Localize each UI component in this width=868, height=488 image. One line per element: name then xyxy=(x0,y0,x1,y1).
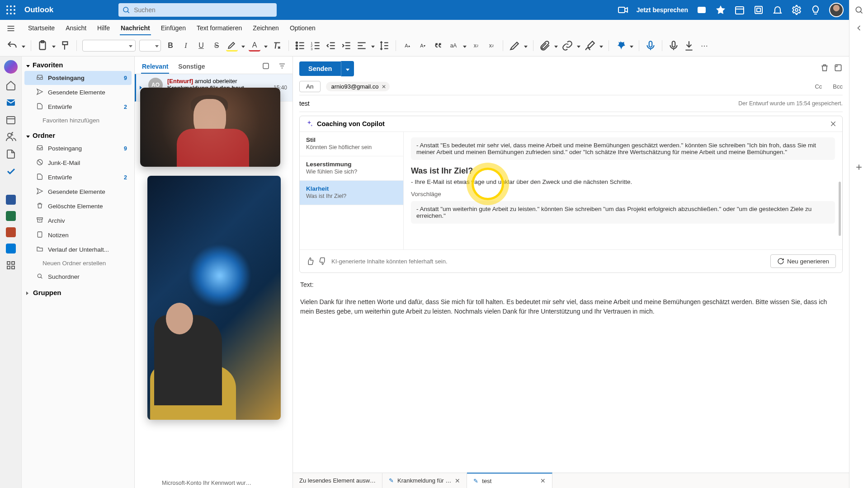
paste-button[interactable] xyxy=(37,40,48,52)
subscript-button[interactable]: x2 xyxy=(470,40,482,52)
paste-chevron-icon[interactable] xyxy=(52,42,56,50)
send-split-button[interactable]: Senden xyxy=(299,61,354,76)
undo-button[interactable] xyxy=(6,40,18,52)
line-spacing-button[interactable] xyxy=(378,40,390,52)
regenerate-button[interactable]: Neu generieren xyxy=(770,254,836,268)
tab-optionen[interactable]: Optionen xyxy=(289,22,316,35)
tips-icon[interactable] xyxy=(810,5,821,15)
discard-icon[interactable] xyxy=(820,63,829,74)
hamburger-icon[interactable] xyxy=(6,24,15,33)
decrease-font-button[interactable]: A▾ xyxy=(417,40,429,52)
remove-recipient-icon[interactable]: ✕ xyxy=(382,84,386,90)
reading-tab-krankmeldung[interactable]: ✎Krankmeldung für …✕ xyxy=(382,473,467,488)
todo-nav-icon[interactable] xyxy=(5,166,16,177)
cc-button[interactable]: Cc xyxy=(815,83,822,90)
close-tab-icon[interactable]: ✕ xyxy=(540,477,546,484)
premium-icon[interactable] xyxy=(715,5,726,15)
excel-app-icon[interactable] xyxy=(6,211,16,221)
focused-tab[interactable]: Relevant xyxy=(141,60,169,74)
reading-tab-placeholder[interactable]: Zu lesendes Element ausw… xyxy=(293,473,382,488)
popout-icon[interactable] xyxy=(834,63,843,74)
folder-gesendete[interactable]: Gesendete Elemente xyxy=(24,185,132,199)
strikethrough-button[interactable]: S xyxy=(211,40,222,52)
font-size-select[interactable] xyxy=(139,40,161,52)
folder-posteingang[interactable]: Posteingang9 xyxy=(24,141,132,155)
add-favorite-link[interactable]: Favoriten hinzufügen xyxy=(24,114,132,127)
bullets-button[interactable] xyxy=(294,40,306,52)
select-all-icon[interactable] xyxy=(262,62,270,72)
link-button[interactable] xyxy=(561,40,573,52)
align-chevron-icon[interactable] xyxy=(371,42,375,50)
numbering-button[interactable]: 123 xyxy=(310,40,321,52)
tab-ansicht[interactable]: Ansicht xyxy=(65,22,87,35)
copilot-klarheit-item[interactable]: Klarheit Was ist Ihr Ziel? xyxy=(300,181,403,205)
increase-font-button[interactable]: A▴ xyxy=(401,40,413,52)
onedrive-app-icon[interactable] xyxy=(6,244,16,253)
folder-junk[interactable]: Junk-E-Mail xyxy=(24,156,132,170)
close-copilot-icon[interactable] xyxy=(830,120,837,127)
send-options-chevron[interactable] xyxy=(341,61,354,76)
account-avatar[interactable] xyxy=(829,3,844,17)
attach-button[interactable] xyxy=(539,40,551,52)
add-rail-icon[interactable] xyxy=(854,163,863,172)
create-folder-link[interactable]: Neuen Ordner erstellen xyxy=(24,257,132,269)
app-launcher-icon[interactable] xyxy=(5,5,16,15)
collapse-rail-icon[interactable] xyxy=(854,23,863,33)
copilot-nav-icon[interactable] xyxy=(4,60,18,74)
undo-chevron-icon[interactable] xyxy=(22,42,25,50)
folder-entwuerfe[interactable]: Entwürfe2 xyxy=(24,170,132,184)
bold-button[interactable]: B xyxy=(165,40,176,52)
copilot-chevron-icon[interactable] xyxy=(630,42,633,50)
notifications-icon[interactable] xyxy=(772,5,783,15)
teams-icon[interactable] xyxy=(696,5,707,15)
home-nav-icon[interactable] xyxy=(5,80,16,91)
quote-button[interactable] xyxy=(432,40,444,52)
compose-body[interactable]: Text: Vielen Dank für Ihre netten Worte … xyxy=(293,277,849,473)
link-chevron-icon[interactable] xyxy=(577,42,580,50)
global-search[interactable] xyxy=(118,3,277,17)
change-case-button[interactable]: aA xyxy=(448,40,459,52)
favorites-section-header[interactable]: Favoriten xyxy=(22,56,134,70)
dictate-alt-button[interactable] xyxy=(668,40,679,52)
folders-section-header[interactable]: Ordner xyxy=(22,127,134,141)
underline-button[interactable]: U xyxy=(195,40,207,52)
copilot-stil-item[interactable]: Stil Könnten Sie höflicher sein xyxy=(300,132,403,156)
files-nav-icon[interactable] xyxy=(5,149,16,160)
highlight-button[interactable] xyxy=(226,40,238,52)
calendar-day-icon[interactable] xyxy=(734,5,745,15)
superscript-button[interactable]: x2 xyxy=(486,40,497,52)
folder-archiv[interactable]: Archiv xyxy=(24,214,132,228)
tab-hilfe[interactable]: Hilfe xyxy=(96,22,111,35)
attach-chevron-icon[interactable] xyxy=(554,42,558,50)
copilot-leserstimmung-item[interactable]: Leserstimmung Wie fühlen Sie sich? xyxy=(300,156,403,181)
reading-tab-test[interactable]: ✎test✕ xyxy=(467,473,552,488)
more-apps-icon[interactable] xyxy=(5,260,16,271)
align-button[interactable] xyxy=(356,40,368,52)
clear-formatting-button[interactable] xyxy=(271,40,283,52)
folder-verlauf[interactable]: Verlauf der Unterhalt... xyxy=(24,243,132,257)
search-input[interactable] xyxy=(118,3,277,17)
tab-zeichnen[interactable]: Zeichnen xyxy=(252,22,280,35)
folder-suchordner[interactable]: Suchordner xyxy=(24,270,132,284)
tab-startseite[interactable]: Startseite xyxy=(27,22,56,35)
case-chevron-icon[interactable] xyxy=(463,42,467,50)
thumbs-down-icon[interactable] xyxy=(319,257,327,265)
recipient-chip[interactable]: arnio93@gmail.co✕ xyxy=(326,82,390,91)
to-field-label[interactable]: An xyxy=(299,81,321,92)
folder-notizen[interactable]: Notizen xyxy=(24,228,132,242)
outdent-button[interactable] xyxy=(325,40,337,52)
close-tab-icon[interactable]: ✕ xyxy=(455,477,460,484)
folder-gesendete-fav[interactable]: Gesendete Elemente xyxy=(24,85,132,99)
other-tab[interactable]: Sonstige xyxy=(177,60,206,74)
signature-chevron-icon[interactable] xyxy=(599,42,603,50)
font-color-button[interactable]: A xyxy=(249,40,260,52)
filter-icon[interactable] xyxy=(278,62,286,72)
people-nav-icon[interactable] xyxy=(5,131,16,142)
webcam-overlay[interactable] xyxy=(140,88,280,167)
tab-einfuegen[interactable]: Einfügen xyxy=(160,22,187,35)
thumbs-up-icon[interactable] xyxy=(306,257,314,265)
bcc-button[interactable]: Bcc xyxy=(833,83,843,90)
copilot-ribbon-button[interactable] xyxy=(614,40,626,52)
send-button[interactable]: Senden xyxy=(299,61,341,76)
groups-section-header[interactable]: Gruppen xyxy=(22,284,134,298)
